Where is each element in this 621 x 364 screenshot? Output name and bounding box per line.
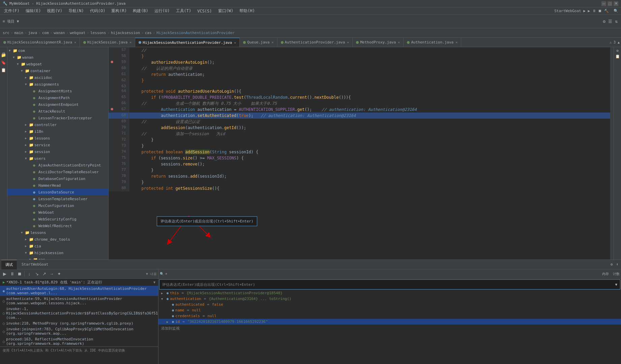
tree-com[interactable]: ▼ 📁 com [7,47,108,54]
var-this[interactable]: ▶ ● this = {HijackSessionAuthenticationP… [158,290,621,296]
tab-5[interactable]: MethodProxy.java ✕ [353,38,404,47]
tree-attackresult[interactable]: ● AttackResult [7,108,108,115]
frame-4[interactable]: ○ invoke:joinpoint:783, CglibAopProxy$Cg… [0,326,158,336]
tree-assignments[interactable]: ▼ 📁 assignments [7,81,108,88]
breadcrumb-class[interactable]: HijackSessionAuthenticationProvider [156,31,235,35]
right-icon-2[interactable]: 📋 [615,54,620,59]
frame-filter[interactable]: ▼ [153,280,155,284]
tree-users[interactable]: ▼ 📁 users [7,155,108,162]
close-button[interactable]: ✕ [614,1,618,6]
var-authenticated[interactable]: ● authenticated = false [158,302,621,307]
maximize-button[interactable]: □ [608,1,612,6]
tab-1[interactable]: HijackSession.java ✕ [80,38,135,47]
menu-help[interactable]: 帮助(H) [237,7,258,14]
tree-websecurity[interactable]: ● WebSecurityConfig [7,216,108,222]
frame-2[interactable]: ○ invoke:-1, HijackSessionAuthentication… [0,306,158,321]
tree-lessons[interactable]: ▶ 📁 lessons [7,135,108,142]
add-to-watch[interactable]: 添加到监视 [158,325,621,332]
menu-build[interactable]: 构建(B) [130,7,151,14]
debug-eval-btn[interactable]: ✦ [56,271,62,277]
debug-stepover-btn[interactable]: ↓ [26,271,33,277]
tree-webgoat[interactable]: ● WebGoat [7,209,108,216]
debug-stepinto-btn[interactable]: ↘ [33,271,40,277]
minimize-button[interactable]: ─ [601,1,606,6]
debug-resume-btn[interactable]: ▶ [1,271,8,277]
tree-asciidoctor[interactable]: ● AsciiDoctorTemplateResolver [7,169,108,175]
tab-0[interactable]: HijackSessionAssignmentR.java ✕ [0,38,80,47]
tab-6[interactable]: Authentication.java ✕ [404,38,461,47]
breadcrumb-java[interactable]: java [28,31,37,35]
debug-pause-btn[interactable]: ⏸ [9,271,16,277]
tree-lessons2[interactable]: ▼ 📁 lessons [7,229,108,236]
breadcrumb-cas[interactable]: cas [145,31,152,35]
menu-run[interactable]: 运行(U) [152,7,173,14]
tab-close-5[interactable]: ✕ [398,40,400,44]
menu-tools[interactable]: 工具(T) [173,7,194,14]
left-btn-4[interactable]: 📋 [0,67,7,73]
tree-asciidoc[interactable]: ▶ 📁 asciidoc [7,74,108,81]
search-everywhere[interactable]: 🔍 [612,9,620,13]
left-btn-1[interactable]: 项目 [1,49,7,51]
menu-file[interactable]: 文件(F) [1,7,22,14]
tree-webgoat[interactable]: ▼ 📁 webgoat [7,61,108,67]
menu-window[interactable]: 窗口(W) [215,7,236,14]
breadcrumb-com[interactable]: com [42,31,49,35]
tree-hammerhead[interactable]: ● HammerHead [7,182,108,189]
eval-box[interactable]: 评估表达式(Enter)或后台出现(Ctrl+Shift+Enter) ▼ [159,279,620,290]
bottom-expand-icon[interactable]: ⬆ [615,262,620,267]
tab-close-3[interactable]: ✕ [272,40,274,44]
menu-view[interactable]: 视图(V) [44,7,65,14]
bottom-tab-debug[interactable]: 调试 [1,260,17,269]
breadcrumb-webgoat[interactable]: webgoat [70,31,85,35]
frame-0[interactable]: ● authorizedUserAutoLogin:68, HijackSess… [0,286,158,296]
toolbar-icon-2[interactable]: ☰ [608,19,612,24]
debug-runtocursor-btn[interactable]: → [48,271,55,277]
tab-4[interactable]: AuthenticationProvider.java ✕ [277,38,353,47]
tree-ajaxauthentication[interactable]: ● AjaxAuthenticationEntryPoint [7,162,108,169]
tree-session[interactable]: ▶ 📁 session [7,148,108,155]
menu-nav[interactable]: 导航(N) [66,7,87,14]
tab-close-1[interactable]: ✕ [129,40,131,44]
tab-close-4[interactable]: ✕ [347,40,349,44]
menu-vcs[interactable]: VCS(S) [195,8,214,14]
tree-assignmentendpoint[interactable]: ● AssignmentEndpoint [7,101,108,108]
breadcrumb-wanan[interactable]: wanan [54,31,65,35]
menu-code[interactable]: 代码(O) [87,7,108,14]
tab-2[interactable]: HijackSessionAuthenticationProvider.java… [135,38,240,47]
tree-service[interactable]: ▶ 📁 service [7,142,108,148]
frame-1[interactable]: ○ authenticate:59, HijackSessionAuthenti… [0,296,158,306]
menu-edit[interactable]: 编辑(E) [23,7,44,14]
var-name[interactable]: ● name = null [158,307,621,313]
editor-scrollbar[interactable] [610,47,614,260]
tree-controller[interactable]: ▶ 📁 controller [7,121,108,128]
bottom-settings-icon[interactable]: ⚙ [609,262,614,267]
tree-lessontrackerinterceptor[interactable]: ● LessonTrackerInterceptor [7,115,108,121]
tab-close-0[interactable]: ✕ [74,40,76,44]
var-add-icon[interactable]: + [165,272,167,276]
tree-hijacksession[interactable]: ▼ 📁 hijacksession [7,249,108,256]
bottom-tab-run[interactable]: StartWebGoat [18,260,52,269]
tab-close-2[interactable]: ✕ [234,41,236,44]
var-filter-icon[interactable]: 🔍 [160,272,164,276]
frame-5[interactable]: ○ proceed:163, ReflectiveMethodInvocatio… [0,336,158,346]
code-scroll[interactable]: 57 // 58 } ● 59 [109,47,610,260]
tree-chromedevtools[interactable]: ▶ 📁 chrome_dev_tools [7,236,108,243]
left-btn-2[interactable]: 📁 [0,52,7,59]
tab-3[interactable]: Queue.java ✕ [240,38,277,47]
tree-lessondatasource[interactable]: ● LessonDataSource [7,189,108,195]
breadcrumb-hijacksession[interactable]: hijacksession [111,31,140,35]
tree-cia[interactable]: ▶ 📁 cia [7,243,108,249]
tree-dbconfig[interactable]: ● DatabaseConfiguration [7,175,108,182]
toolbar-icon-1[interactable]: ⚙ [603,19,605,24]
tree-assignmenthints[interactable]: ● AssignmentHints [7,88,108,94]
menu-refactor[interactable]: 重构(R) [109,7,129,14]
breadcrumb-main[interactable]: main [14,31,24,35]
debug-stepout-btn[interactable]: ↗ [41,271,48,277]
var-id[interactable]: ▶ ● id = "36224201821671400979-166166529… [158,319,621,325]
tree-cas[interactable]: ▼ 📁 cas [7,256,108,260]
toolbar-icon-3[interactable]: ⇅ [615,19,618,24]
tree-assignmentpath[interactable]: ● AssignmentPath [7,94,108,101]
frame-3[interactable]: ○ invoke:218, MethodProxy (org.springfra… [0,321,158,326]
breadcrumb-lessons[interactable]: lessons [90,31,106,35]
debug-stop-btn[interactable]: ⏹ [16,271,23,277]
